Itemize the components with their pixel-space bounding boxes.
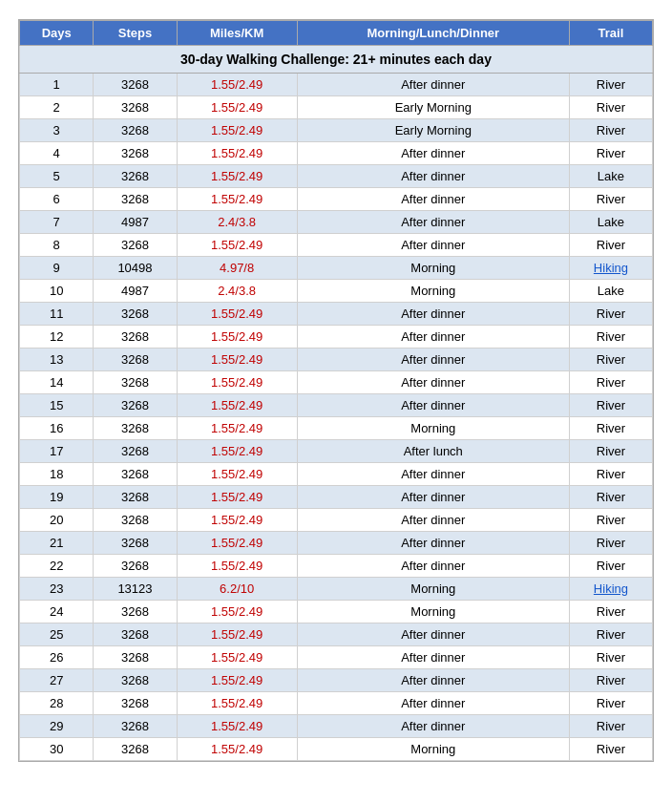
cell-trail: River [569,142,652,165]
cell-day: 16 [20,417,94,440]
cell-miles: 1.55/2.49 [177,142,297,165]
cell-steps: 3268 [94,715,177,738]
table-row: 232681.55/2.49Early MorningRiver [20,96,653,119]
cell-day: 30 [20,738,94,761]
cell-time: After dinner [297,142,569,165]
cell-miles: 1.55/2.49 [177,74,297,96]
cell-trail: River [569,646,652,669]
col-header-time: Morning/Lunch/Dinner [297,21,569,46]
cell-time: After dinner [297,211,569,234]
cell-steps: 3268 [94,96,177,119]
cell-miles: 1.55/2.49 [177,394,297,417]
table-row: 1432681.55/2.49After dinnerRiver [20,371,653,394]
cell-day: 19 [20,486,94,509]
cell-miles: 1.55/2.49 [177,601,297,623]
cell-miles: 1.55/2.49 [177,96,297,119]
table-row: 2832681.55/2.49After dinnerRiver [20,692,653,715]
cell-time: Morning [297,601,569,623]
cell-trail: River [569,303,652,326]
table-row: 2632681.55/2.49After dinnerRiver [20,646,653,669]
cell-steps: 3268 [94,692,177,715]
cell-miles: 1.55/2.49 [177,715,297,738]
cell-miles: 1.55/2.49 [177,326,297,349]
cell-miles: 1.55/2.49 [177,646,297,669]
col-header-days: Days [20,21,94,46]
cell-day: 6 [20,188,94,211]
cell-time: After dinner [297,188,569,211]
cell-steps: 4987 [94,211,177,234]
cell-steps: 3268 [94,303,177,326]
cell-trail[interactable]: Hiking [569,578,652,601]
cell-trail: Lake [569,211,652,234]
table-row: 332681.55/2.49Early MorningRiver [20,119,653,142]
table-row: 2432681.55/2.49MorningRiver [20,601,653,623]
cell-miles: 1.55/2.49 [177,532,297,555]
cell-time: After dinner [297,715,569,738]
cell-trail: River [569,623,652,646]
cell-steps: 3268 [94,371,177,394]
cell-day: 22 [20,555,94,578]
cell-trail[interactable]: Hiking [569,257,652,280]
cell-day: 18 [20,463,94,486]
cell-miles: 1.55/2.49 [177,440,297,463]
cell-miles: 1.55/2.49 [177,234,297,257]
cell-time: Early Morning [297,96,569,119]
table-row: 2032681.55/2.49After dinnerRiver [20,509,653,532]
table-row: 132681.55/2.49After dinnerRiver [20,74,653,96]
cell-miles: 2.4/3.8 [177,211,297,234]
cell-time: Early Morning [297,119,569,142]
cell-trail: River [569,738,652,761]
col-header-miles: Miles/KM [177,21,297,46]
cell-trail: River [569,349,652,371]
cell-day: 7 [20,211,94,234]
cell-steps: 3268 [94,142,177,165]
cell-time: After dinner [297,326,569,349]
cell-day: 1 [20,74,94,96]
cell-trail: River [569,509,652,532]
cell-trail: River [569,601,652,623]
cell-time: After lunch [297,440,569,463]
cell-time: After dinner [297,486,569,509]
table-row: 632681.55/2.49After dinnerRiver [20,188,653,211]
cell-day: 14 [20,371,94,394]
trail-link[interactable]: Hiking [594,581,628,596]
table-row: 1132681.55/2.49After dinnerRiver [20,303,653,326]
cell-trail: River [569,234,652,257]
cell-miles: 1.55/2.49 [177,486,297,509]
cell-trail: River [569,326,652,349]
cell-steps: 4987 [94,280,177,303]
cell-steps: 13123 [94,578,177,601]
cell-trail: Lake [569,280,652,303]
cell-time: Morning [297,280,569,303]
table-row: 1232681.55/2.49After dinnerRiver [20,326,653,349]
cell-trail: River [569,440,652,463]
table-row: 1049872.4/3.8MorningLake [20,280,653,303]
cell-time: Morning [297,417,569,440]
table-row: 432681.55/2.49After dinnerRiver [20,142,653,165]
cell-steps: 3268 [94,119,177,142]
cell-trail: River [569,96,652,119]
cell-steps: 3268 [94,74,177,96]
cell-miles: 1.55/2.49 [177,371,297,394]
cell-time: Morning [297,257,569,280]
cell-miles: 1.55/2.49 [177,692,297,715]
trail-link[interactable]: Hiking [594,261,628,275]
cell-miles: 1.55/2.49 [177,738,297,761]
title-row: 30-day Walking Challenge: 21+ minutes ea… [20,46,653,74]
cell-time: Morning [297,578,569,601]
cell-steps: 3268 [94,509,177,532]
cell-miles: 1.55/2.49 [177,119,297,142]
table-body: 132681.55/2.49After dinnerRiver232681.55… [20,74,653,761]
cell-steps: 3268 [94,738,177,761]
table-row: 9104984.97/8MorningHiking [20,257,653,280]
cell-trail: River [569,119,652,142]
table-row: 3032681.55/2.49MorningRiver [20,738,653,761]
table-row: 2132681.55/2.49After dinnerRiver [20,532,653,555]
cell-steps: 3268 [94,234,177,257]
cell-miles: 1.55/2.49 [177,417,297,440]
cell-steps: 3268 [94,463,177,486]
table-row: 1732681.55/2.49After lunchRiver [20,440,653,463]
cell-day: 11 [20,303,94,326]
cell-day: 21 [20,532,94,555]
cell-day: 9 [20,257,94,280]
